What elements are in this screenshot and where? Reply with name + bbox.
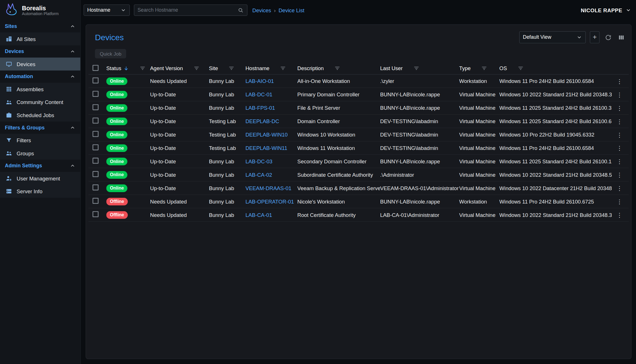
sidebar-section-sites[interactable]: Sites: [0, 20, 80, 32]
column-header-label[interactable]: Site: [209, 65, 218, 71]
row-checkbox[interactable]: [92, 78, 98, 84]
breadcrumb-link-device-list[interactable]: Device List: [278, 7, 304, 13]
borealis-logo-icon: [4, 3, 19, 17]
description-cell: Windows 10 Workstation: [297, 131, 380, 137]
agent-version-cell: Needs Updated: [150, 198, 209, 204]
hostname-link[interactable]: LAB-AIO-01: [245, 78, 274, 84]
description-cell: Primary Domain Controller: [297, 91, 380, 97]
row-checkbox[interactable]: [92, 198, 98, 204]
breadcrumb-link-devices[interactable]: Devices: [252, 7, 271, 13]
sidebar-item-assemblies[interactable]: Assemblies: [0, 83, 80, 95]
user-name: NICOLE RAPPE: [581, 7, 622, 13]
row-checkbox[interactable]: [92, 91, 98, 97]
hostname-link[interactable]: LAB-DC-03: [245, 158, 272, 164]
filter-icon[interactable]: [481, 65, 487, 71]
search-field-select[interactable]: Hostname: [84, 5, 130, 16]
row-checkbox[interactable]: [92, 104, 98, 110]
refresh-button[interactable]: [603, 33, 612, 42]
column-header-label[interactable]: Hostname: [245, 65, 269, 71]
row-menu-icon[interactable]: ⋮: [616, 145, 622, 151]
search-icon[interactable]: [238, 7, 244, 13]
filter-icon[interactable]: [229, 65, 235, 71]
table-row: Online Up-to-Date Testing Lab DEEPLAB-WI…: [88, 141, 629, 155]
sidebar-item-scheduled-jobs[interactable]: Scheduled Jobs: [0, 109, 80, 121]
type-cell: Virtual Machine: [459, 172, 499, 178]
view-select[interactable]: Default View: [519, 31, 586, 43]
column-header-label[interactable]: OS: [499, 65, 507, 71]
type-cell: Workstation: [459, 198, 499, 204]
columns-button[interactable]: [617, 33, 625, 42]
column-header-label[interactable]: Status: [106, 65, 121, 71]
view-controls: Default View +: [519, 31, 625, 43]
quick-job-button[interactable]: Quick Job: [95, 49, 126, 58]
filter-icon[interactable]: [413, 65, 419, 71]
row-menu-icon[interactable]: ⋮: [616, 198, 622, 204]
row-menu-icon[interactable]: ⋮: [616, 105, 622, 111]
last-user-cell: BUNNY-LAB\nicole.rappe: [380, 105, 459, 111]
column-header-label[interactable]: Description: [297, 65, 324, 71]
hostname-link[interactable]: VEEAM-DRAAS-01: [245, 185, 291, 191]
column-header-label[interactable]: Type: [459, 65, 471, 71]
add-view-button[interactable]: +: [590, 31, 599, 43]
sidebar-item-server-info[interactable]: Server Info: [0, 185, 80, 198]
sidebar-section-automation[interactable]: Automation: [0, 70, 80, 83]
hostname-link[interactable]: LAB-CA-01: [245, 212, 272, 218]
sidebar-item-filters[interactable]: Filters: [0, 134, 80, 147]
row-checkbox[interactable]: [92, 184, 98, 190]
row-menu-icon[interactable]: ⋮: [616, 172, 622, 178]
row-checkbox[interactable]: [92, 211, 98, 217]
site-cell: Testing Lab: [209, 131, 245, 137]
sidebar-section-devices[interactable]: Devices: [0, 45, 80, 58]
sidebar-section-admin-settings[interactable]: Admin Settings: [0, 160, 80, 172]
hostname-link[interactable]: LAB-DC-01: [245, 91, 272, 97]
sidebar-item-devices[interactable]: Devices: [0, 58, 80, 70]
sidebar-item-community-content[interactable]: Community Content: [0, 96, 80, 109]
column-header-os: OS: [499, 65, 612, 71]
hostname-link[interactable]: DEEPLAB-DC: [245, 118, 279, 124]
row-checkbox[interactable]: [92, 144, 98, 150]
filter-icon[interactable]: [280, 65, 286, 71]
agent-version-cell: Up-to-Date: [150, 158, 209, 164]
site-cell: Bunny Lab: [209, 172, 245, 178]
status-badge: Online: [106, 91, 127, 98]
search-input[interactable]: [138, 7, 238, 13]
row-menu-icon[interactable]: ⋮: [616, 158, 622, 164]
sidebar-section-filters-groups[interactable]: Filters & Groups: [0, 122, 80, 134]
filter-icon[interactable]: [193, 65, 199, 71]
city-icon: [5, 35, 13, 43]
sidebar-item-groups[interactable]: Groups: [0, 147, 80, 160]
status-badge: Offline: [106, 198, 128, 205]
hostname-link[interactable]: LAB-CA-02: [245, 172, 272, 178]
row-menu-icon[interactable]: ⋮: [616, 185, 622, 191]
hostname-link[interactable]: DEEPLAB-WIN11: [245, 145, 287, 151]
user-menu[interactable]: NICOLE RAPPE: [581, 7, 631, 13]
hostname-link[interactable]: LAB-FPS-01: [245, 105, 275, 111]
agent-version-cell: Needs Updated: [150, 78, 209, 84]
select-all-checkbox[interactable]: [92, 65, 98, 71]
os-cell: Windows 11 2025 Standard 24H2 Build 2610…: [499, 158, 612, 164]
filter-icon: [5, 137, 13, 144]
row-checkbox[interactable]: [92, 158, 98, 164]
hostname-link[interactable]: LAB-OPERATOR-01: [245, 198, 294, 204]
row-checkbox[interactable]: [92, 171, 98, 177]
sidebar-item-all-sites[interactable]: All Sites: [0, 32, 80, 45]
filter-icon[interactable]: [334, 65, 340, 71]
filter-icon[interactable]: [518, 65, 524, 71]
type-cell: Virtual Machine: [459, 212, 499, 218]
row-menu-icon[interactable]: ⋮: [616, 118, 622, 124]
sidebar-section-label: Devices: [5, 49, 24, 54]
hostname-link[interactable]: DEEPLAB-WIN10: [245, 131, 288, 137]
table-row: Online Up-to-Date Bunny Lab LAB-DC-03 Se…: [88, 155, 629, 168]
row-menu-icon[interactable]: ⋮: [616, 131, 622, 137]
row-checkbox[interactable]: [92, 117, 98, 123]
site-cell: Bunny Lab: [209, 78, 245, 84]
row-menu-icon[interactable]: ⋮: [616, 91, 622, 97]
row-menu-icon[interactable]: ⋮: [616, 78, 622, 84]
column-header-label[interactable]: Agent Version: [150, 65, 183, 71]
filter-icon[interactable]: [140, 65, 146, 71]
description-cell: Secondary Domain Controller: [297, 158, 380, 164]
row-menu-icon[interactable]: ⋮: [616, 212, 622, 218]
sidebar-item-user-management[interactable]: User Management: [0, 172, 80, 185]
row-checkbox[interactable]: [92, 131, 98, 137]
column-header-label[interactable]: Last User: [380, 65, 403, 71]
